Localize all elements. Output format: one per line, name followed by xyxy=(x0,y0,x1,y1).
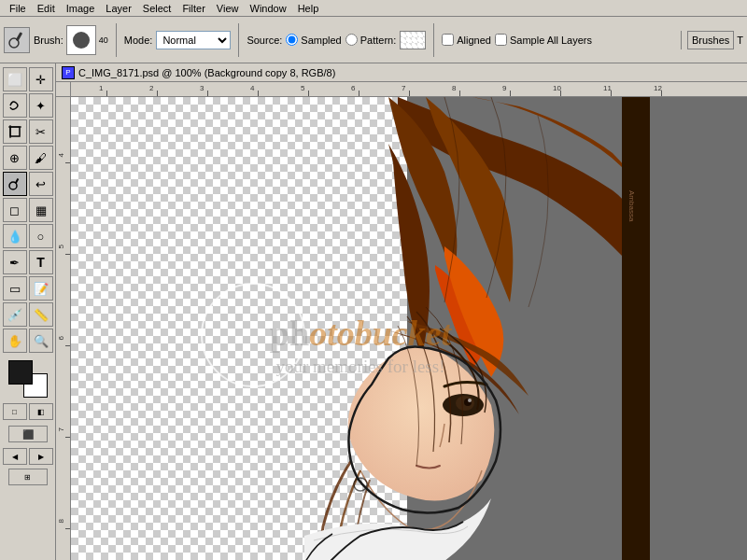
tool-row-11: ✋ 🔍 xyxy=(3,329,53,353)
nav-left[interactable]: ◀ xyxy=(3,448,27,465)
h-ruler-content: 123456789101112 xyxy=(71,82,747,96)
ruler-v-tick-7 xyxy=(65,437,70,438)
pattern-swatch[interactable] xyxy=(400,31,426,49)
dodge-tool[interactable]: ○ xyxy=(29,224,53,248)
ruler-h-mark-5: 5 xyxy=(301,84,304,92)
svg-rect-11 xyxy=(622,97,650,560)
ruler-h-tick-10 xyxy=(560,91,561,96)
quickmask-mode[interactable]: ◧ xyxy=(29,403,53,420)
illustration-svg: Ambassa xyxy=(71,97,650,560)
brush-tool[interactable]: 🖌 xyxy=(29,146,53,170)
clone-stamp-tool-icon[interactable] xyxy=(4,27,30,53)
svg-rect-1 xyxy=(16,32,23,41)
menu-help[interactable]: Help xyxy=(292,2,325,15)
nav-area-2: ⊞ xyxy=(8,469,48,485)
healing-tool[interactable]: ⊕ xyxy=(3,146,27,170)
toolbox: ⬜ ✛ ✦ ✂ ⊕ 🖌 ↩ xyxy=(0,63,56,560)
clone-stamp-tool[interactable] xyxy=(3,172,27,196)
marquee-tool[interactable]: ⬜ xyxy=(3,67,27,91)
v-ruler-content: 45678 xyxy=(56,97,70,560)
history-brush-tool[interactable]: ↩ xyxy=(29,172,53,196)
zoom-tool[interactable]: 🔍 xyxy=(29,329,53,353)
ruler-h-tick-12 xyxy=(661,91,662,96)
standard-mode[interactable]: □ xyxy=(3,403,27,420)
menu-select[interactable]: Select xyxy=(137,2,177,15)
ruler-v-mark-7: 7 xyxy=(57,427,65,431)
ruler-v-tick-5 xyxy=(65,254,70,255)
sample-all-label: Sample All Layers xyxy=(510,35,592,46)
mode-area: □ ◧ xyxy=(3,403,53,420)
brushes-button[interactable]: Brushes xyxy=(687,31,734,49)
sampled-radio[interactable] xyxy=(286,34,298,46)
screen-mode-area: ⬛ xyxy=(8,426,48,442)
svg-text:Ambassa: Ambassa xyxy=(627,190,636,222)
notes-tool[interactable]: 📝 xyxy=(29,276,53,301)
main-area: ⬜ ✛ ✦ ✂ ⊕ 🖌 ↩ xyxy=(0,63,747,560)
sampled-label: Sampled xyxy=(301,35,341,46)
tool-row-8: ✒ T xyxy=(3,250,53,274)
text-tool[interactable]: T xyxy=(29,250,53,274)
pen-tool[interactable]: ✒ xyxy=(3,250,27,274)
ruler-corner xyxy=(56,82,71,97)
ruler-v-tick-6 xyxy=(65,345,70,346)
canvas-title-text: C_IMG_8171.psd @ 100% (Background copy 8… xyxy=(78,67,335,78)
nav-btn-1[interactable]: ⊞ xyxy=(8,469,48,485)
doc-icon: P xyxy=(62,66,75,79)
ruler-v-tick-8 xyxy=(65,528,70,529)
eraser-tool[interactable]: ◻ xyxy=(3,198,27,222)
aligned-checkbox[interactable] xyxy=(442,34,454,46)
ruler-h-mark-9: 9 xyxy=(502,84,506,92)
mode-dropdown[interactable]: Normal xyxy=(156,31,231,49)
magic-wand-tool[interactable]: ✦ xyxy=(29,93,53,118)
ruler-h-tick-9 xyxy=(510,91,511,96)
menu-layer[interactable]: Layer xyxy=(100,2,137,15)
shape-tool[interactable]: ▭ xyxy=(3,276,27,301)
aligned-check-group: Aligned xyxy=(442,34,491,46)
blur-tool[interactable]: 💧 xyxy=(3,224,27,248)
tool-row-5: ↩ xyxy=(3,172,53,196)
eyedropper-tool[interactable]: 💉 xyxy=(3,302,27,327)
separator-3 xyxy=(433,23,434,57)
ruler-h-tick-6 xyxy=(359,91,359,96)
left-ruler: 45678 xyxy=(56,97,71,560)
ruler-v-mark-6: 6 xyxy=(57,336,65,340)
menu-edit[interactable]: Edit xyxy=(32,2,61,15)
menu-view[interactable]: View xyxy=(211,2,245,15)
ruler-h-mark-3: 3 xyxy=(200,84,204,92)
tool-row-7: 💧 ○ xyxy=(3,224,53,248)
canvas-titlebar: P C_IMG_8171.psd @ 100% (Background copy… xyxy=(56,63,747,82)
foreground-color[interactable] xyxy=(8,360,33,385)
mode-label: Mode: xyxy=(124,35,153,46)
nav-right[interactable]: ▶ xyxy=(29,448,53,465)
ruler-h-mark-7: 7 xyxy=(402,84,405,92)
source-label: Source: xyxy=(247,35,282,46)
pattern-radio[interactable] xyxy=(345,34,358,46)
measure-tool[interactable]: 📏 xyxy=(29,302,53,327)
svg-point-10 xyxy=(468,399,472,402)
sample-all-checkbox[interactable] xyxy=(495,34,507,46)
ruler-h-tick-5 xyxy=(308,91,309,96)
svg-rect-2 xyxy=(10,127,20,136)
brush-preview[interactable] xyxy=(66,25,96,55)
ruler-h-tick-11 xyxy=(611,91,612,96)
ruler-h-mark-8: 8 xyxy=(452,84,456,92)
ruler-h-tick-4 xyxy=(258,91,259,96)
menu-image[interactable]: Image xyxy=(61,2,101,15)
brush-size-label: 40 xyxy=(99,35,108,45)
ruler-h-mark-1: 1 xyxy=(99,84,103,92)
menu-filter[interactable]: Filter xyxy=(176,2,210,15)
crop-tool[interactable] xyxy=(3,119,27,144)
menu-window[interactable]: Window xyxy=(245,2,292,15)
gradient-tool[interactable]: ▦ xyxy=(29,198,53,222)
screen-mode-btn[interactable]: ⬛ xyxy=(8,426,48,442)
hand-tool[interactable]: ✋ xyxy=(3,329,27,353)
top-ruler: 123456789101112 xyxy=(71,82,747,97)
lasso-tool[interactable] xyxy=(3,93,27,118)
canvas-workspace[interactable]: Ambassa ph xyxy=(71,97,747,560)
svg-rect-6 xyxy=(14,178,19,184)
move-tool[interactable]: ✛ xyxy=(29,67,53,91)
tool-row-4: ⊕ 🖌 xyxy=(3,146,53,170)
menu-file[interactable]: File xyxy=(4,2,32,15)
tool-row-10: 💉 📏 xyxy=(3,302,53,327)
slice-tool[interactable]: ✂ xyxy=(29,119,53,144)
